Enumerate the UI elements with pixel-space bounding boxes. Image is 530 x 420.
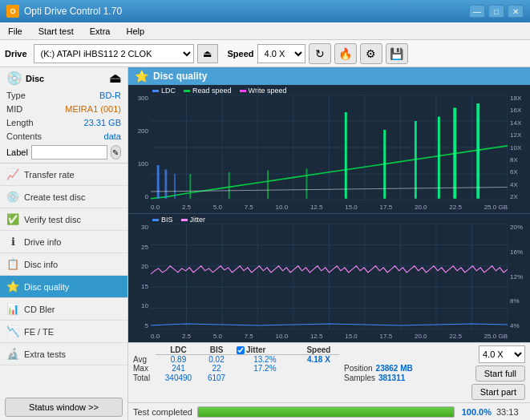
status-text: Test completed [133, 407, 192, 417]
samples-val: 381311 [378, 374, 405, 382]
jitter-dot [181, 219, 188, 221]
svg-rect-15 [157, 165, 160, 199]
jitter-legend: Jitter [181, 216, 206, 224]
length-value: 23.31 GB [84, 116, 121, 130]
cd-bler-icon: 📊 [6, 303, 19, 316]
contents-label: Contents [6, 130, 42, 143]
fe-te-icon: 📉 [6, 325, 19, 338]
max-bis: 22 [201, 364, 232, 374]
max-ldc: 241 [156, 364, 201, 374]
create-disc-label: Create test disc [24, 192, 85, 202]
create-disc-icon: 💿 [6, 191, 19, 204]
sidebar-item-create-test-disc[interactable]: 💿 Create test disc [0, 186, 127, 208]
disc-icon: 💿 [6, 71, 22, 86]
disc-title: Disc [26, 74, 44, 83]
sidebar-item-drive-info[interactable]: ℹ Drive info [0, 231, 127, 253]
bis-col-header: BIS [201, 345, 232, 355]
sidebar-item-verify-test-disc[interactable]: ✅ Verify test disc [0, 208, 127, 231]
nav-items: 📈 Transfer rate 💿 Create test disc ✅ Ver… [0, 164, 127, 394]
menu-help[interactable]: Help [121, 25, 149, 38]
chart2-y-right: 20%16%12%8%4% [508, 224, 530, 329]
chart2-y-left: 30252015105 [128, 224, 151, 329]
disc-eject-icon[interactable]: ⏏ [109, 71, 121, 86]
progress-area: Test completed 100.0% 33:13 [128, 402, 530, 420]
maximize-button[interactable]: □ [488, 5, 504, 18]
start-full-button[interactable]: Start full [475, 365, 525, 382]
menu-extra[interactable]: Extra [85, 25, 115, 38]
svg-rect-23 [476, 103, 479, 199]
status-window-button[interactable]: Status window >> [5, 398, 123, 417]
type-value: BD-R [99, 89, 121, 103]
settings-button[interactable]: ⚙ [360, 43, 382, 64]
sidebar-item-disc-info[interactable]: 📋 Disc info [0, 253, 127, 276]
max-row-label: Max [133, 364, 156, 374]
cd-bler-label: CD Bler [24, 305, 55, 314]
save-button[interactable]: 💾 [386, 43, 408, 64]
total-ldc: 340490 [156, 374, 201, 383]
ldc-legend: LDC [152, 87, 176, 95]
progress-bar-fill [198, 407, 454, 417]
svg-rect-21 [438, 117, 440, 199]
sidebar: 💿 Disc ⏏ Type BD-R MID MEIRA1 (001) Leng… [0, 67, 128, 420]
app-title: Opti Drive Control 1.70 [24, 6, 469, 17]
ldc-legend-label: LDC [161, 87, 176, 95]
content-area: ⭐ Disc quality LDC Read speed [128, 67, 530, 420]
jitter-label: Jitter [246, 345, 265, 354]
label-label: Label [6, 147, 28, 157]
svg-rect-19 [383, 130, 386, 199]
svg-rect-22 [453, 108, 456, 199]
length-label: Length [6, 116, 34, 130]
type-label: Type [6, 89, 26, 103]
verify-disc-icon: ✅ [6, 213, 19, 226]
total-bis: 6107 [201, 374, 232, 383]
max-jitter: 17.2% [232, 364, 298, 374]
fe-te-label: FE / TE [24, 327, 54, 337]
position-val: 23862 MB [376, 364, 413, 373]
drive-info-label: Drive info [24, 237, 61, 247]
refresh-button[interactable]: ↻ [309, 43, 331, 64]
drive-label: Drive [5, 49, 27, 59]
speed-col-header: Speed [298, 345, 339, 355]
sidebar-item-transfer-rate[interactable]: 📈 Transfer rate [0, 164, 127, 186]
label-edit-button[interactable]: ✎ [111, 145, 121, 160]
sidebar-item-fe-te[interactable]: 📉 FE / TE [0, 321, 127, 343]
samples-row: Samples 381311 [344, 374, 465, 382]
chart2-x-axis: 0.02.55.07.510.0 12.515.017.520.022.525.… [151, 329, 508, 342]
toolbar: Drive (K:) ATAPI iHBS112 2 CLOK ⏏ Speed … [0, 40, 530, 67]
speed-select[interactable]: 4.0 X [257, 44, 305, 63]
window-controls: — □ ✕ [469, 5, 524, 18]
disc-quality-header: ⭐ Disc quality [128, 67, 530, 85]
test-speed-select[interactable]: 4.0 X [479, 345, 525, 363]
verify-disc-label: Verify test disc [24, 215, 81, 224]
svg-rect-26 [267, 171, 269, 199]
menu-file[interactable]: File [3, 25, 27, 38]
burn-button[interactable]: 🔥 [334, 43, 357, 64]
disc-mid-row: MID MEIRA1 (001) [6, 103, 121, 116]
svg-rect-27 [305, 168, 307, 198]
jitter-checkbox[interactable] [237, 346, 245, 354]
bis-chart: BIS Jitter 30252015105 20%16%12%8%4% [128, 214, 530, 342]
jitter-legend-label: Jitter [190, 216, 206, 224]
svg-rect-20 [415, 121, 417, 199]
speed-control-row: 4.0 X [479, 345, 525, 363]
label-input[interactable] [31, 145, 107, 160]
sidebar-item-cd-bler[interactable]: 📊 CD Bler [0, 298, 127, 321]
close-button[interactable]: ✕ [508, 5, 524, 18]
mid-value: MEIRA1 (001) [65, 103, 121, 116]
start-part-button[interactable]: Start part [471, 384, 525, 400]
sidebar-item-extra-tests[interactable]: 🔬 Extra tests [0, 343, 127, 365]
sidebar-item-disc-quality[interactable]: ⭐ Disc quality [0, 276, 127, 298]
drive-select[interactable]: (K:) ATAPI iHBS112 2 CLOK [34, 44, 194, 63]
disc-label-row: Label ✎ [6, 145, 121, 160]
write-legend-label: Write speed [249, 87, 287, 95]
disc-info-icon: 📋 [6, 258, 19, 271]
disc-length-row: Length 23.31 GB [6, 116, 121, 130]
avg-speed: 4.18 X [298, 355, 339, 365]
transfer-rate-label: Transfer rate [24, 170, 75, 180]
disc-panel: 💿 Disc ⏏ Type BD-R MID MEIRA1 (001) Leng… [0, 67, 127, 164]
minimize-button[interactable]: — [469, 5, 485, 18]
svg-rect-24 [189, 174, 191, 199]
chart1-legend: LDC Read speed Write speed [152, 87, 286, 95]
eject-button[interactable]: ⏏ [197, 44, 218, 63]
menu-start-test[interactable]: Start test [34, 25, 79, 38]
